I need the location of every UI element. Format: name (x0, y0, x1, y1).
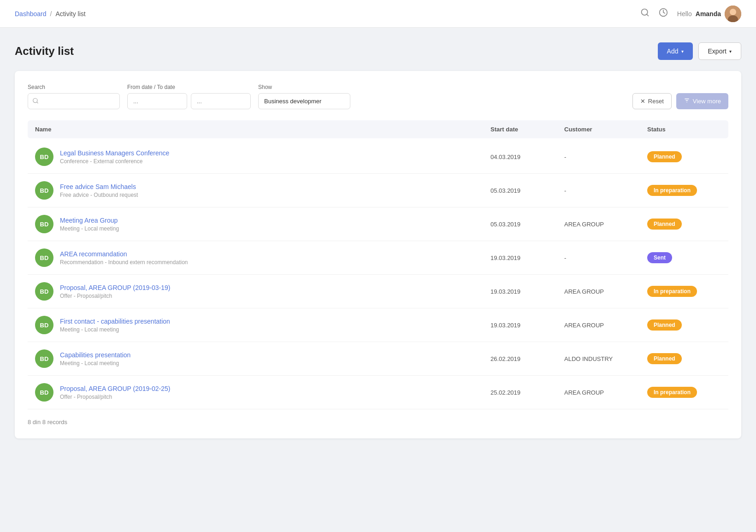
page-header: Activity list Add ▾ Export ▾ (15, 42, 741, 60)
search-field-icon (32, 97, 39, 105)
status-badge: Planned (647, 219, 682, 230)
page-actions: Add ▾ Export ▾ (658, 42, 741, 60)
name-info: Legal Business Managers Conference Confe… (60, 149, 169, 165)
show-filter-group: Show (258, 84, 350, 109)
name-cell: BD Proposal, AREA GROUP (2019-03-19) Off… (35, 282, 490, 301)
name-info: AREA recommandation Recommendation - Inb… (60, 250, 188, 266)
name-info: Proposal, AREA GROUP (2019-02-25) Offer … (60, 385, 170, 400)
filter-bar: Search From date / To date (28, 84, 728, 109)
table-row[interactable]: BD AREA recommandation Recommendation - … (28, 241, 728, 275)
table-body: BD Legal Business Managers Conference Co… (28, 140, 728, 409)
customer-cell: - (564, 154, 647, 160)
date-cell: 25.02.2019 (490, 389, 564, 396)
item-sub: Offer - Proposal/pitch (60, 394, 170, 400)
date-cell: 05.03.2019 (490, 187, 564, 194)
status-cell: In preparation (647, 387, 721, 398)
search-input[interactable] (28, 93, 120, 109)
add-button[interactable]: Add ▾ (658, 42, 693, 60)
search-icon[interactable] (640, 8, 650, 19)
svg-point-4 (730, 9, 736, 15)
customer-cell: ALDO INDUSTRY (564, 355, 647, 362)
export-button[interactable]: Export ▾ (698, 42, 741, 60)
item-sub: Meeting - Local meeting (60, 326, 170, 333)
name-info: Capabilities presentation Meeting - Loca… (60, 351, 130, 366)
show-input[interactable] (258, 93, 350, 109)
item-name[interactable]: Legal Business Managers Conference (60, 149, 169, 157)
reset-x-icon: ✕ (640, 98, 645, 105)
item-sub: Offer - Proposal/pitch (60, 293, 170, 299)
customer-cell: - (564, 254, 647, 261)
view-more-button[interactable]: View more (676, 93, 728, 109)
col-start-date-header: Start date (490, 126, 564, 133)
item-name[interactable]: Meeting Area Group (60, 217, 119, 224)
table-row[interactable]: BD Proposal, AREA GROUP (2019-03-19) Off… (28, 275, 728, 308)
bd-badge: BD (35, 349, 53, 368)
name-cell: BD Free advice Sam Michaels Free advice … (35, 181, 490, 200)
status-badge: In preparation (647, 387, 697, 398)
col-name-header: Name (35, 126, 490, 133)
name-cell: BD Proposal, AREA GROUP (2019-02-25) Off… (35, 383, 490, 402)
bd-badge: BD (35, 316, 53, 334)
status-cell: Planned (647, 319, 721, 331)
status-cell: Sent (647, 252, 721, 263)
svg-line-1 (647, 14, 649, 16)
add-chevron-icon: ▾ (681, 49, 684, 54)
customer-cell: AREA GROUP (564, 288, 647, 295)
table-row[interactable]: BD First contact - capabilities presenta… (28, 308, 728, 342)
name-info: Meeting Area Group Meeting - Local meeti… (60, 217, 119, 232)
status-badge: Planned (647, 319, 682, 331)
breadcrumb-current: Activity list (55, 10, 85, 18)
table-footer: 8 din 8 records (28, 419, 728, 426)
status-cell: In preparation (647, 286, 721, 297)
name-cell: BD Meeting Area Group Meeting - Local me… (35, 215, 490, 233)
breadcrumb-separator: / (50, 10, 52, 18)
customer-cell: AREA GROUP (564, 221, 647, 228)
filter-icon (684, 97, 690, 105)
table-header: Name Start date Customer Status (28, 120, 728, 138)
item-name[interactable]: Proposal, AREA GROUP (2019-03-19) (60, 284, 170, 291)
breadcrumb: Dashboard / Activity list (15, 10, 86, 18)
date-label: From date / To date (127, 84, 251, 90)
header-user: Hello Amanda (677, 6, 741, 22)
avatar-image (725, 6, 741, 22)
hello-label: Hello (677, 10, 692, 18)
main-content: Activity list Add ▾ Export ▾ Search (0, 28, 756, 453)
item-name[interactable]: AREA recommandation (60, 250, 188, 258)
user-name: Amanda (696, 10, 721, 18)
table-row[interactable]: BD Proposal, AREA GROUP (2019-02-25) Off… (28, 376, 728, 409)
date-cell: 26.02.2019 (490, 355, 564, 362)
bd-badge: BD (35, 181, 53, 200)
item-name[interactable]: First contact - capabilities presentatio… (60, 318, 170, 325)
clock-icon[interactable] (659, 8, 668, 19)
item-name[interactable]: Free advice Sam Michaels (60, 183, 138, 190)
table-row[interactable]: BD Legal Business Managers Conference Co… (28, 140, 728, 174)
date-inputs (127, 93, 251, 109)
date-cell: 19.03.2019 (490, 288, 564, 295)
svg-line-7 (37, 102, 38, 103)
from-date-input[interactable] (127, 93, 187, 109)
item-sub: Meeting - Local meeting (60, 360, 130, 366)
table-row[interactable]: BD Meeting Area Group Meeting - Local me… (28, 207, 728, 241)
status-badge: In preparation (647, 185, 697, 196)
table-row[interactable]: BD Capabilities presentation Meeting - L… (28, 342, 728, 376)
customer-cell: AREA GROUP (564, 322, 647, 329)
bd-badge: BD (35, 148, 53, 166)
breadcrumb-dashboard-link[interactable]: Dashboard (15, 10, 47, 18)
item-name[interactable]: Capabilities presentation (60, 351, 130, 359)
customer-cell: AREA GROUP (564, 389, 647, 396)
table-row[interactable]: BD Free advice Sam Michaels Free advice … (28, 174, 728, 207)
header-right: Hello Amanda (640, 6, 741, 22)
bd-badge: BD (35, 282, 53, 301)
avatar[interactable] (725, 6, 741, 22)
date-cell: 19.03.2019 (490, 254, 564, 261)
status-cell: Planned (647, 151, 721, 162)
to-date-input[interactable] (191, 93, 251, 109)
item-name[interactable]: Proposal, AREA GROUP (2019-02-25) (60, 385, 170, 392)
main-card: Search From date / To date (15, 71, 741, 438)
item-sub: Conference - External conference (60, 158, 169, 165)
name-info: First contact - capabilities presentatio… (60, 318, 170, 333)
records-count: 8 din 8 records (28, 419, 67, 426)
reset-button[interactable]: ✕ Reset (632, 93, 672, 109)
item-sub: Free advice - Outbound request (60, 192, 138, 198)
bd-badge: BD (35, 383, 53, 402)
